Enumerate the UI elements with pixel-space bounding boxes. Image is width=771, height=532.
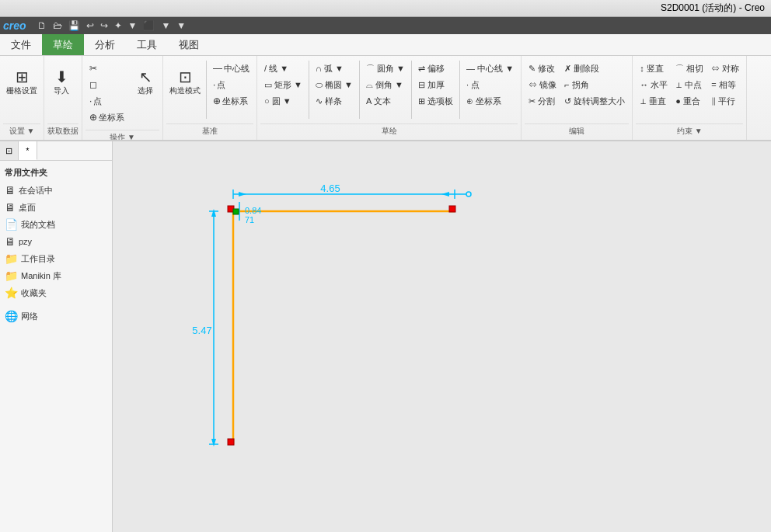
btn-circle[interactable]: ○ 圆 ▼ — [262, 93, 305, 109]
sidebar-section-title: 常用文件夹 — [3, 164, 109, 182]
qa-extra-arrow[interactable]: ▼ — [159, 20, 172, 31]
favorites-icon: ⭐ — [5, 287, 18, 299]
menu-file[interactable]: 文件 — [0, 34, 42, 55]
svg-text:4.65: 4.65 — [320, 183, 340, 194]
btn-construct-mode[interactable]: ⊡ 构造模式 — [166, 59, 204, 106]
sidebar-item-documents[interactable]: 📄 我的文档 — [3, 216, 109, 233]
btn-coincident[interactable]: ● 重合 — [673, 93, 706, 109]
btn-modify[interactable]: ✎ 修改 — [526, 61, 559, 76]
btn-spline[interactable]: ∿ 样条 — [313, 93, 355, 109]
point-icon: · — [89, 96, 92, 106]
svg-marker-5 — [239, 192, 246, 196]
sidebar-item-desktop[interactable]: 🖥 桌面 — [3, 199, 109, 216]
sketch-col5: — 中心线 ▼ · 点 ⊕ 坐标系 — [462, 59, 518, 110]
pzy-icon: 🖥 — [5, 235, 16, 248]
sidebar-item-session[interactable]: 🖥 在会话中 — [3, 182, 109, 199]
btn-mirror[interactable]: ⇔ 镜像 — [526, 77, 559, 92]
menu-tools[interactable]: 工具 — [126, 34, 168, 55]
qa-regen[interactable]: ✦ — [113, 20, 124, 31]
group-label-settings: 设置 ▼ — [3, 123, 40, 138]
constraint-col3: ⇔ 对称 = 相等 ∥ 平行 — [707, 59, 743, 110]
sidebar-item-favorites[interactable]: ⭐ 收藏夹 — [3, 284, 109, 301]
btn-centerline[interactable]: — 中心线 — [211, 61, 252, 76]
btn-point2[interactable]: · 点 — [211, 77, 252, 92]
btn-text[interactable]: A 文本 — [364, 93, 407, 109]
svg-text:71: 71 — [245, 215, 254, 224]
qa-redo[interactable]: ↪ — [99, 20, 110, 31]
btn-import[interactable]: ⬇ 导入 — [47, 59, 75, 106]
btn-rect[interactable]: ▭ 矩形 ▼ — [262, 77, 305, 92]
group-label-edit: 编辑 — [525, 123, 629, 138]
manikin-icon: 📁 — [5, 269, 18, 282]
quickbar: creo 🗋 🗁 💾 ↩ ↪ ✦ ▼ ⬛ ▼ ▼ — [0, 17, 771, 34]
btn-vertical[interactable]: ↕ 竖直 — [637, 61, 670, 76]
sidebar-tab-2[interactable]: * — [19, 141, 37, 160]
btn-coord2[interactable]: ⊕ 坐标系 — [211, 93, 252, 109]
sketch-col2: ∩ 弧 ▼ ⬭ 椭圆 ▼ ∿ 样条 — [312, 59, 357, 110]
btn-ellipse[interactable]: ⬭ 椭圆 ▼ — [313, 77, 355, 92]
titlebar-text: S2D0001 (活动的) - Creo — [661, 2, 765, 15]
btn-point3[interactable]: · 点 — [464, 77, 516, 92]
qa-undo[interactable]: ↩ — [85, 20, 96, 31]
svg-rect-22 — [233, 209, 239, 214]
sidebar-item-network[interactable]: 🌐 网络 — [3, 308, 109, 325]
btn-corner[interactable]: ⌐ 拐角 — [562, 77, 627, 92]
btn-split[interactable]: ✂ 分割 — [526, 93, 559, 109]
btn-select[interactable]: ↖ 选择 — [131, 59, 159, 106]
btn-point[interactable]: · 点 — [87, 93, 127, 109]
qa-regen-arrow[interactable]: ▼ — [127, 20, 139, 31]
qa-extra[interactable]: ⬛ — [141, 20, 156, 31]
btn-rotate-resize[interactable]: ↺ 旋转调整大小 — [562, 93, 627, 109]
sidebar-item-manikin[interactable]: 📁 Manikin 库 — [3, 267, 109, 284]
qa-customize[interactable]: ▼ — [175, 20, 187, 31]
ribbon-group-getdata: ⬇ 导入 获取数据 — [44, 56, 82, 140]
sidebar: ⊡ * 常用文件夹 🖥 在会话中 🖥 桌面 📄 我的文档 🖥 pzy 📁 — [0, 141, 113, 532]
ribbon-group-operation: ✂ ◻ · 点 ⊕ 坐标系 ↖ 选择 操作 ▼ — [82, 56, 163, 140]
sidebar-tabs: ⊡ * — [0, 141, 112, 161]
btn-tangent[interactable]: ⌒ 相切 — [673, 61, 706, 76]
btn-fillet[interactable]: ⌒ 圆角 ▼ — [364, 61, 407, 76]
btn-centerline2[interactable]: — 中心线 ▼ — [464, 61, 516, 76]
select-icon: ↖ — [139, 69, 152, 85]
btn-chamfer[interactable]: ⌓ 倒角 ▼ — [364, 77, 407, 92]
btn-midpoint[interactable]: ⊥ 中点 — [673, 77, 706, 92]
op-small-col1: ✂ ◻ · 点 ⊕ 坐标系 — [85, 59, 128, 127]
btn-delete-seg[interactable]: ✗ 删除段 — [562, 61, 627, 76]
btn-grid-settings[interactable]: ⊞ 栅格设置 — [3, 59, 40, 106]
btn-arc[interactable]: ∩ 弧 ▼ — [313, 61, 355, 76]
btn-cut[interactable]: ✂ — [87, 61, 127, 76]
menu-analysis[interactable]: 分析 — [84, 34, 126, 55]
group-label-operation: 操作 ▼ — [85, 130, 159, 141]
svg-text:5.47: 5.47 — [192, 325, 211, 336]
btn-coord3[interactable]: ⊕ 坐标系 — [464, 93, 516, 109]
btn-symmetric[interactable]: ⇔ 对称 — [709, 61, 741, 76]
btn-board[interactable]: ⊞ 选项板 — [416, 93, 455, 109]
btn-offset[interactable]: ⇌ 偏移 — [416, 61, 455, 76]
btn-line[interactable]: / 线 ▼ — [262, 61, 305, 76]
constraint-col1: ↕ 竖直 ↔ 水平 ⊥ 垂直 — [636, 59, 672, 110]
qa-save[interactable]: 💾 — [67, 20, 82, 31]
sidebar-item-pzy[interactable]: 🖥 pzy — [3, 233, 109, 250]
btn-horizontal[interactable]: ↔ 水平 — [637, 77, 670, 92]
qa-open[interactable]: 🗁 — [51, 20, 64, 31]
qa-new[interactable]: 🗋 — [36, 20, 48, 31]
btn-equal[interactable]: = 相等 — [709, 77, 741, 92]
svg-marker-14 — [211, 439, 216, 447]
sidebar-tab-1[interactable]: ⊡ — [0, 141, 19, 160]
svg-marker-13 — [211, 209, 216, 217]
btn-parallel[interactable]: ∥ 平行 — [709, 93, 741, 109]
session-icon: 🖥 — [5, 184, 16, 196]
centerline-icon: — — [213, 63, 222, 74]
btn-coord[interactable]: ⊕ 坐标系 — [87, 110, 127, 125]
workdir-icon: 📁 — [5, 252, 18, 265]
btn-copy[interactable]: ◻ — [87, 77, 127, 92]
btn-perpendicular[interactable]: ⊥ 垂直 — [637, 93, 670, 109]
sidebar-item-workdir[interactable]: 📁 工作目录 — [3, 250, 109, 267]
menu-sketch[interactable]: 草绘 — [42, 34, 84, 55]
menu-view[interactable]: 视图 — [168, 34, 210, 55]
btn-thicken[interactable]: ⊟ 加厚 — [416, 77, 455, 92]
ribbon-group-constraint: ↕ 竖直 ↔ 水平 ⊥ 垂直 ⌒ 相切 ⊥ 中点 ● 重合 ⇔ 对称 = 相等 … — [633, 56, 747, 140]
group-label-sketch: 草绘 — [260, 123, 518, 138]
sketch-canvas: 4.65 5.47 0.84 71 — [113, 141, 771, 532]
canvas[interactable]: 4.65 5.47 0.84 71 — [113, 141, 771, 532]
